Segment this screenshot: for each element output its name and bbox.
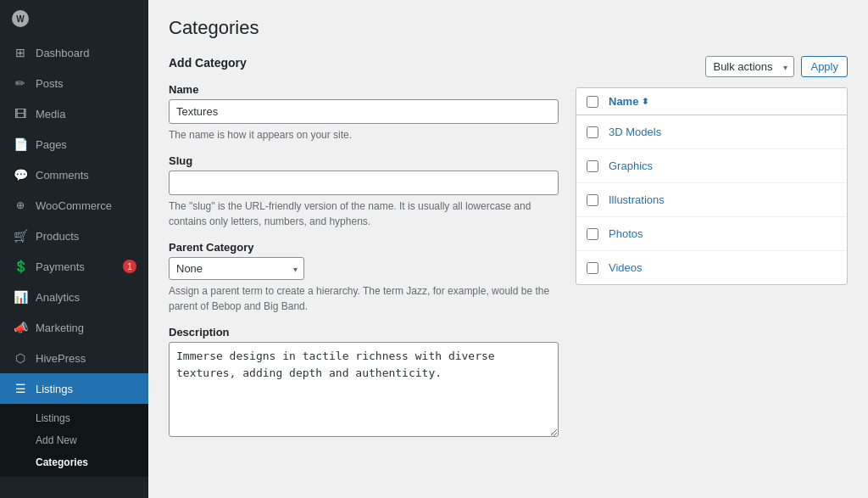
row-name-3d-models[interactable]: 3D Models [609,126,661,138]
sidebar-item-marketing[interactable]: 📣 Marketing [0,312,148,343]
sidebar-item-label: Comments [36,169,89,182]
categories-table: Name ⬍ 3D Models Graphics Illustrations [576,87,848,285]
payments-badge: 1 [123,260,136,273]
slug-group: Slug The "slug" is the URL-friendly vers… [169,154,559,229]
row-name-graphics[interactable]: Graphics [609,159,653,172]
sidebar-item-label: Pages [36,138,67,151]
marketing-icon: 📣 [12,319,29,336]
bulk-select-wrapper: Bulk actions Delete ▾ [705,56,794,77]
row-checkbox-graphics[interactable] [587,160,598,172]
media-icon: 🎞 [12,105,29,122]
sidebar-item-media[interactable]: 🎞 Media [0,98,148,129]
sidebar-item-pages[interactable]: 📄 Pages [0,129,148,159]
row-checkbox-videos[interactable] [587,262,598,274]
slug-input[interactable] [169,171,559,195]
sidebar-item-label: Media [36,108,65,120]
row-checkbox-3d-models[interactable] [587,126,598,138]
sidebar-item-analytics[interactable]: 📊 Analytics [0,282,148,312]
dashboard-icon: ⊞ [12,44,29,61]
products-icon: 🛒 [12,227,29,244]
bulk-actions-select[interactable]: Bulk actions Delete [705,56,794,77]
main-content: Categories Add Category Name The name is… [148,0,868,498]
categories-panel: Bulk actions Delete ▾ Apply Name ⬍ [576,56,848,285]
table-header-name[interactable]: Name ⬍ [609,95,648,108]
row-checkbox-illustrations[interactable] [587,194,598,206]
hivepress-icon: ⬡ [12,350,29,367]
row-checkbox-photos[interactable] [587,228,598,240]
posts-icon: ✏ [12,75,29,92]
name-group: Name The name is how it appears on your … [169,83,559,143]
parent-hint: Assign a parent term to create a hierarc… [169,283,559,314]
sidebar-item-woocommerce[interactable]: ⊕ WooCommerce [0,190,148,221]
sidebar-item-label: HivePress [36,352,86,365]
parent-select-wrapper: None 3D Models Graphics Illustrations Ph… [169,257,304,280]
sidebar-item-label: Dashboard [36,47,90,59]
woocommerce-icon: ⊕ [12,197,29,214]
sidebar-item-posts[interactable]: ✏ Posts [0,68,148,98]
parent-category-label: Parent Category [169,241,559,254]
name-label: Name [169,83,559,96]
sidebar-item-dashboard[interactable]: ⊞ Dashboard [0,37,148,68]
table-row: Photos [576,217,847,251]
apply-button[interactable]: Apply [801,56,848,77]
sidebar-item-label: Payments [36,260,85,273]
sidebar-item-products[interactable]: 🛒 Products [0,221,148,251]
sidebar-item-label: Posts [36,77,64,90]
sidebar-item-label: Analytics [36,291,80,304]
sidebar-item-comments[interactable]: 💬 Comments [0,159,148,190]
listings-submenu: Listings Add New Categories [0,404,148,477]
sidebar-item-label: WooCommerce [36,199,112,212]
sort-icon: ⬍ [642,97,648,106]
sidebar-item-label: Products [36,230,79,243]
select-all-checkbox[interactable] [587,96,598,108]
sub-item-listings[interactable]: Listings [0,407,148,429]
slug-hint: The "slug" is the URL-friendly version o… [169,199,559,229]
description-group: Description Immerse designs in tactile r… [169,326,559,439]
sidebar-item-payments[interactable]: 💲 Payments 1 [0,251,148,282]
parent-category-group: Parent Category None 3D Models Graphics … [169,241,559,314]
row-name-videos[interactable]: Videos [609,261,643,274]
sub-item-add-new[interactable]: Add New [0,429,148,451]
form-title: Add Category [169,56,559,70]
resize-handle-icon: ⤡ [550,431,557,438]
name-hint: The name is how it appears on your site. [169,127,559,143]
content-area: Add Category Name The name is how it app… [169,56,848,451]
comments-icon: 💬 [12,166,29,183]
table-row: Illustrations [576,183,847,217]
table-row: Videos [576,251,847,284]
sidebar-item-label: Listings [36,383,73,395]
page-title: Categories [169,17,848,39]
textarea-wrapper: Immerse designs in tactile richness with… [169,342,559,439]
sidebar: W ⊞ Dashboard ✏ Posts 🎞 Media 📄 Pages 💬 … [0,0,148,498]
pages-icon: 📄 [12,136,29,153]
table-row: 3D Models [576,115,847,149]
analytics-icon: 📊 [12,288,29,305]
bulk-actions-bar: Bulk actions Delete ▾ Apply [576,56,848,77]
sidebar-item-hivepress[interactable]: ⬡ HivePress [0,343,148,373]
sidebar-item-listings[interactable]: ☰ Listings [0,373,148,404]
description-textarea[interactable]: Immerse designs in tactile richness with… [169,342,559,437]
parent-category-select[interactable]: None 3D Models Graphics Illustrations Ph… [169,257,304,280]
row-name-illustrations[interactable]: Illustrations [609,193,665,206]
payments-icon: 💲 [12,258,29,275]
add-category-form: Add Category Name The name is how it app… [169,56,559,451]
listings-icon: ☰ [12,380,29,397]
wp-logo-icon: W [12,10,29,27]
description-label: Description [169,326,559,339]
sidebar-logo: W [0,0,148,37]
row-name-photos[interactable]: Photos [609,227,643,240]
table-header: Name ⬍ [576,88,847,115]
sub-item-categories[interactable]: Categories [0,451,148,473]
table-row: Graphics [576,149,847,183]
name-input[interactable] [169,99,559,124]
slug-label: Slug [169,154,559,167]
sidebar-item-label: Marketing [36,322,84,334]
